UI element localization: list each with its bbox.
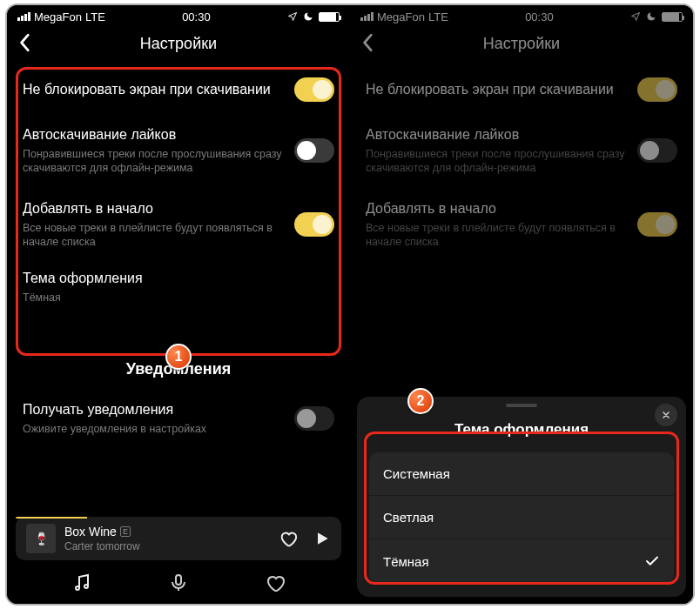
setting-subtitle: Оживите уведомления в настройках bbox=[23, 422, 282, 436]
page-title: Настройки bbox=[140, 35, 217, 52]
setting-notifications[interactable]: Получать уведомления Оживите уведомления… bbox=[7, 389, 350, 439]
clock: 00:30 bbox=[182, 10, 211, 23]
like-button[interactable] bbox=[279, 529, 298, 548]
svg-rect-3 bbox=[176, 575, 181, 585]
setting-title: Тема оформления bbox=[23, 270, 334, 287]
page-header: Настройки bbox=[350, 28, 693, 65]
tab-bar bbox=[7, 560, 350, 604]
theme-sheet: 2 Тема оформления Системная Светлая Тёмн… bbox=[357, 397, 686, 597]
toggle-autolikes[interactable] bbox=[637, 138, 677, 163]
tab-liked[interactable] bbox=[265, 572, 286, 593]
tab-podcasts[interactable] bbox=[168, 572, 189, 593]
theme-option-dark[interactable]: Тёмная bbox=[369, 539, 674, 583]
setting-value: Тёмная bbox=[23, 291, 334, 304]
setting-title: Добавлять в начало bbox=[23, 200, 282, 218]
carrier-label: MegaFon bbox=[34, 10, 82, 23]
signal-icon bbox=[17, 12, 30, 21]
toggle-prepend[interactable] bbox=[294, 212, 334, 237]
page-header: Настройки bbox=[7, 28, 350, 65]
close-button[interactable] bbox=[655, 404, 677, 426]
callout-badge-1: 1 bbox=[165, 344, 192, 370]
toggle-block-screen[interactable] bbox=[294, 77, 334, 102]
checkmark-icon bbox=[644, 553, 660, 569]
setting-title: Не блокировать экран при скачивании bbox=[23, 81, 282, 98]
setting-prepend[interactable]: Добавлять в начало Все новые треки в пле… bbox=[350, 188, 693, 262]
setting-autolikes[interactable]: Автоскачивание лайков Понравившиеся трек… bbox=[7, 114, 350, 188]
tab-music[interactable] bbox=[71, 572, 92, 593]
network-label: LTE bbox=[85, 10, 105, 23]
toggle-block-screen[interactable] bbox=[637, 77, 677, 102]
option-label: Тёмная bbox=[383, 554, 429, 569]
theme-option-system[interactable]: Системная bbox=[369, 452, 674, 495]
clock: 00:30 bbox=[525, 10, 554, 23]
sheet-title: Тема оформления bbox=[357, 407, 686, 447]
setting-subtitle: Понравившиеся треки после прослушивания … bbox=[366, 147, 625, 176]
status-bar: MegaFon LTE 00:30 bbox=[350, 5, 693, 28]
setting-title: Не блокировать экран при скачивании bbox=[366, 81, 625, 98]
battery-icon bbox=[662, 12, 683, 22]
track-artist: Carter tomorrow bbox=[64, 540, 270, 552]
mini-player[interactable]: 🍷 Box Wine E Carter tomorrow bbox=[16, 517, 341, 560]
back-button[interactable] bbox=[19, 33, 31, 52]
svg-marker-0 bbox=[318, 532, 328, 544]
setting-subtitle: Понравившиеся треки после прослушивания … bbox=[23, 147, 282, 176]
setting-title: Автоскачивание лайков bbox=[23, 126, 282, 144]
toggle-autolikes[interactable] bbox=[294, 138, 334, 163]
screenshot-left: MegaFon LTE 00:30 Наст bbox=[7, 5, 350, 604]
setting-block-screen[interactable]: Не блокировать экран при скачивании bbox=[7, 65, 350, 114]
setting-title: Автоскачивание лайков bbox=[366, 126, 625, 144]
option-label: Системная bbox=[383, 466, 450, 481]
screenshot-right: MegaFon LTE 00:30 Наст bbox=[350, 5, 693, 604]
setting-prepend[interactable]: Добавлять в начало Все новые треки в пле… bbox=[7, 188, 350, 262]
moon-icon bbox=[646, 11, 656, 22]
svg-point-1 bbox=[76, 586, 79, 590]
setting-autolikes[interactable]: Автоскачивание лайков Понравившиеся трек… bbox=[350, 114, 693, 188]
play-button[interactable] bbox=[313, 530, 331, 547]
carrier-label: MegaFon bbox=[377, 10, 425, 23]
setting-subtitle: Все новые треки в плейлисте будут появля… bbox=[366, 221, 625, 250]
setting-theme[interactable]: Тема оформления Тёмная bbox=[7, 261, 350, 318]
status-bar: MegaFon LTE 00:30 bbox=[7, 5, 350, 28]
setting-block-screen[interactable]: Не блокировать экран при скачивании bbox=[350, 65, 693, 114]
network-label: LTE bbox=[428, 10, 448, 23]
theme-option-light[interactable]: Светлая bbox=[369, 495, 674, 539]
location-icon bbox=[630, 11, 641, 22]
back-button[interactable] bbox=[362, 33, 374, 52]
svg-point-2 bbox=[84, 585, 88, 588]
setting-title: Получать уведомления bbox=[23, 401, 282, 418]
signal-icon bbox=[360, 12, 374, 21]
album-art: 🍷 bbox=[26, 524, 56, 553]
battery-icon bbox=[319, 12, 340, 22]
page-title: Настройки bbox=[483, 35, 560, 52]
toggle-notifications[interactable] bbox=[294, 406, 334, 431]
moon-icon bbox=[303, 11, 313, 22]
track-title: Box Wine bbox=[64, 525, 117, 539]
explicit-badge: E bbox=[120, 526, 131, 537]
tutorial-frame: MegaFon LTE 00:30 Наст bbox=[5, 3, 695, 606]
setting-title: Добавлять в начало bbox=[366, 200, 625, 218]
callout-badge-2: 2 bbox=[407, 388, 434, 414]
option-label: Светлая bbox=[383, 510, 434, 525]
location-icon bbox=[287, 11, 298, 22]
setting-subtitle: Все новые треки в плейлисте будут появля… bbox=[23, 221, 282, 250]
toggle-prepend[interactable] bbox=[637, 212, 677, 237]
